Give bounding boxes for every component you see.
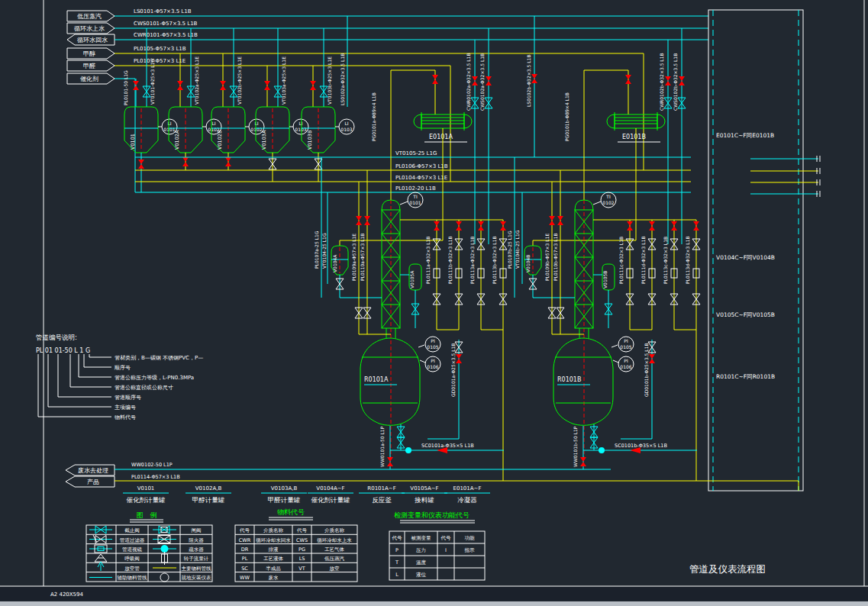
pipe-tag: PL0105-Φ57×3 L1B	[134, 46, 186, 52]
equipment-item: V0105A~F 接料罐	[402, 485, 447, 504]
svg-text:LS: LS	[299, 556, 305, 562]
svg-text:V0104A~F: V0104A~F	[316, 485, 344, 492]
globe-valve-icon	[89, 526, 112, 533]
svg-text:管道视镜: 管道视镜	[122, 546, 143, 553]
svg-text:压力: 压力	[416, 547, 426, 553]
svg-text:闸阀: 闸阀	[192, 527, 202, 533]
equipment-tag: E0101A	[429, 134, 453, 140]
inst-table-header: 检测变量和仪表功能代号	[394, 511, 469, 519]
vessel: VT0102b-Φ25×3 L1E V0102B LI 0102	[211, 28, 264, 170]
svg-text:管道公称压力等级，L-PN0.3MPa: 管道公称压力等级，L-PN0.3MPa	[115, 375, 194, 381]
svg-text:VT0101-Φ25×3 L1G: VT0101-Φ25×3 L1G	[150, 59, 155, 105]
svg-text:循环冷却水回水: 循环冷却水回水	[256, 537, 291, 543]
svg-text:排液: 排液	[269, 546, 279, 553]
pipe-tag-vertical: CWR0102b-Φ32×3.5 L1B	[659, 53, 664, 111]
pipe-tag: SC0101b-Φ35×5 L1B	[615, 443, 667, 449]
svg-text:WW0101a-50 L1P: WW0101a-50 L1P	[379, 426, 385, 467]
svg-text:PI: PI	[431, 358, 435, 363]
svg-text:R0101A~F: R0101A~F	[367, 485, 395, 492]
equipment-item: R0101A~F 反应釜	[359, 485, 405, 504]
svg-text:反应釜: 反应釜	[372, 496, 392, 504]
svg-text:代号: 代号	[296, 527, 308, 533]
svg-text:PL0109b-Φ57×3 L1E: PL0109b-Φ57×3 L1E	[544, 234, 550, 281]
svg-text:PI: PI	[431, 338, 435, 343]
svg-text:半成品: 半成品	[266, 566, 281, 572]
svg-text:T: T	[395, 559, 399, 566]
svg-text:VT0102b-Φ25×3 L1E: VT0102b-Φ25×3 L1E	[237, 56, 242, 105]
svg-text:催化剂计量罐: 催化剂计量罐	[311, 496, 351, 504]
svg-text:放空管: 放空管	[124, 566, 140, 572]
svg-text:V0101: V0101	[137, 485, 155, 492]
equipment-item: V0103A,B 甲醛计量罐	[261, 485, 307, 504]
inlet-label: 甲醇	[83, 50, 95, 57]
svg-text:0102: 0102	[602, 200, 614, 205]
pipe-tag: PL0114-Φ57×3 L1B	[131, 474, 180, 480]
svg-text:代号: 代号	[440, 535, 452, 541]
repeat-units-panel: E0101C~F同E0101B V0104C~F同V0104B V0105C~F…	[708, 10, 820, 491]
svg-text:V0102A: V0102A	[174, 130, 180, 150]
svg-text:介质名称: 介质名称	[324, 527, 345, 533]
svg-text:GD0101b-Φ25×3.5 L1B: GD0101b-Φ25×3.5 L1B	[644, 343, 649, 397]
steam-trap-icon	[405, 447, 411, 453]
svg-text:管道公称直径或公称尺寸: 管道公称直径或公称尺寸	[115, 385, 173, 391]
svg-text:管道过滤器: 管道过滤器	[120, 537, 145, 543]
equipment-tag: E0101B	[622, 134, 646, 140]
breather-valve-icon	[95, 554, 107, 562]
svg-text:WW0101b-50 L1P: WW0101b-50 L1P	[573, 426, 578, 467]
equipment-item: V0101 催化剂计量罐	[123, 485, 169, 504]
svg-text:主要物料管线: 主要物料管线	[182, 566, 212, 572]
svg-text:CWS: CWS	[296, 537, 308, 543]
svg-text:放空: 放空	[330, 566, 340, 572]
drawing-title: 管道及仪表流程图	[689, 563, 766, 575]
pipe-break-icon	[817, 156, 820, 197]
svg-text:循环冷却水上水: 循环冷却水上水	[317, 537, 352, 543]
inlet-label: 催化剂	[80, 76, 98, 82]
svg-text:管道编号说明:: 管道编号说明:	[36, 334, 77, 341]
svg-text:PL0111b-Φ32×3 L1B: PL0111b-Φ32×3 L1B	[447, 236, 453, 284]
svg-text:指示: 指示	[464, 547, 476, 553]
pipe-tag-vertical: PG0101b-Φ89×4 L1B	[564, 92, 570, 141]
svg-text:管道顺序号: 管道顺序号	[115, 395, 141, 401]
svg-text:就地安装仪表: 就地安装仪表	[181, 575, 212, 581]
svg-text:I: I	[445, 547, 447, 553]
svg-text:主项编号: 主项编号	[115, 404, 136, 411]
svg-text:V0102B: V0102B	[217, 131, 223, 150]
svg-text:L: L	[395, 572, 399, 578]
materials-header: 物料代号	[277, 508, 305, 516]
pipe-tag: PL0106-Φ57×3 L1B	[395, 163, 448, 169]
gate-valve-icon	[153, 526, 176, 533]
local-instrument-icon	[160, 573, 169, 582]
equipment-row: V0101 催化剂计量罐 V0102A,B 甲醇计量罐 V0103A,B 甲醛计…	[123, 485, 490, 504]
svg-text:截止阀: 截止阀	[124, 527, 140, 533]
repeat-note: E0101C~F同E0101B	[716, 132, 774, 139]
bottom-scrollbar[interactable]	[0, 601, 868, 606]
svg-text:VT0103a-Φ25×3 L1E: VT0103a-Φ25×3 L1E	[281, 56, 286, 105]
svg-text:代号: 代号	[392, 535, 403, 541]
pipe-tag: VT0105-25 L1G	[395, 150, 437, 156]
svg-text:阻火器: 阻火器	[189, 537, 204, 543]
svg-text:PL0110a-Φ57×3 L1B: PL0110a-Φ57×3 L1B	[360, 234, 365, 281]
svg-text:代号: 代号	[239, 527, 250, 533]
pipe-strainer-icon	[89, 535, 112, 543]
mid-headers: VT0105-25 L1G PL0106-Φ57×3 L1B PL0104-Φ5…	[135, 150, 691, 192]
equipment-item: V0102A,B 甲醇计量罐	[186, 485, 231, 504]
svg-text:管材类别，B—碳钢 不锈钢PVC，P—: 管材类别，B—碳钢 不锈钢PVC，P—	[115, 355, 203, 361]
svg-text:工艺气体: 工艺气体	[324, 546, 345, 553]
outlet-label: 产品	[87, 479, 99, 485]
svg-text:LI: LI	[344, 121, 348, 126]
svg-text:CWR: CWR	[239, 537, 251, 543]
svg-text:V0103A,B: V0103A,B	[271, 485, 298, 492]
svg-text:甲醇计量罐: 甲醇计量罐	[192, 496, 225, 504]
train-b: TI 0102 R0101B PI 0105 PI 0106 V0104B PL…	[507, 157, 700, 481]
instrument-codes-table: 检测变量和仪表功能代号 代号 被测变量 代号 功能 P 压力 I 指示 T 温度…	[389, 511, 485, 580]
inlet-label: 循环水上水	[74, 25, 105, 32]
svg-text:0101: 0101	[409, 200, 421, 205]
pipe-tag: LS0101-Φ57×3.5 L1B	[134, 8, 192, 15]
svg-text:WW: WW	[240, 575, 250, 581]
svg-text:V0104B: V0104B	[525, 255, 531, 273]
material-codes-table: 物料代号 代号 介质名称 代号 介质名称 CWR 循环冷却水回水 CWS 循环冷…	[235, 508, 357, 582]
inlet-label: 低压蒸汽	[77, 13, 102, 20]
pipe-tag: PL0102-20 L1B	[395, 185, 436, 192]
train-a: TI 0101 R0101A PI 0105 PI 0106 V0104A PL…	[314, 157, 507, 481]
svg-text:PL0109a-Φ57×3 L1E: PL0109a-Φ57×3 L1E	[351, 234, 357, 281]
